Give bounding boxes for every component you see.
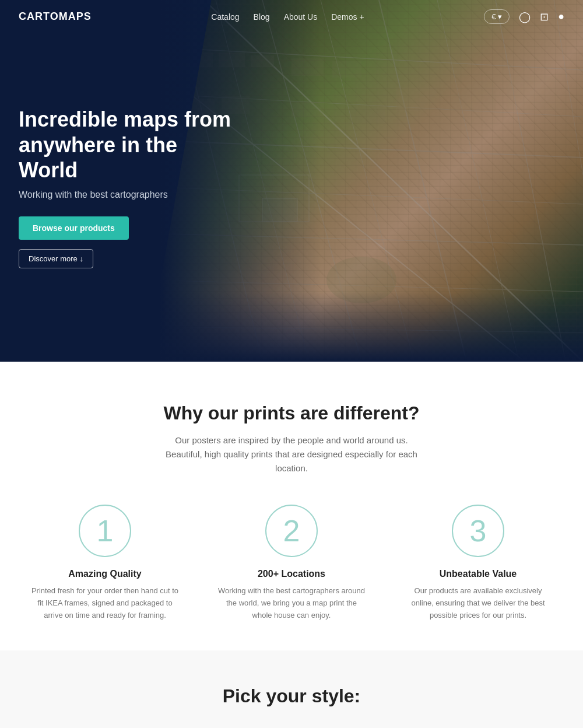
browse-products-button[interactable]: Browse our products: [19, 216, 129, 240]
feature-number-3: 3: [452, 505, 504, 557]
feature-quality: 1 Amazing Quality Printed fresh for your…: [29, 505, 181, 621]
why-section: Why our prints are different? Our poster…: [0, 362, 583, 650]
cart-icon[interactable]: ⊡: [540, 10, 549, 23]
hero-content: Incredible maps from anywhere in the Wor…: [19, 107, 240, 268]
nav-right: € ▾ ◯ ⊡ ●: [484, 9, 564, 24]
feature-desc-2: Working with the best cartographers arou…: [216, 585, 367, 621]
pick-style-section: Pick your style:: [0, 650, 583, 728]
nav-links: Catalog Blog About Us Demos +: [211, 12, 364, 22]
hero-section: Incredible maps from anywhere in the Wor…: [0, 0, 583, 362]
nav-about[interactable]: About Us: [284, 12, 318, 22]
feature-desc-1: Printed fresh for your order then hand c…: [29, 585, 181, 621]
currency-selector[interactable]: € ▾: [484, 9, 510, 24]
discover-more-button[interactable]: Discover more ↓: [19, 249, 93, 268]
feature-locations: 2 200+ Locations Working with the best c…: [216, 505, 367, 621]
feature-desc-3: Our products are available exclusively o…: [402, 585, 554, 621]
svg-rect-30: [507, 76, 560, 111]
feature-title-3: Unbeatable Value: [402, 569, 554, 579]
pick-title: Pick your style:: [0, 685, 583, 707]
svg-rect-27: [350, 105, 385, 123]
nav-catalog[interactable]: Catalog: [211, 12, 239, 22]
nav-blog[interactable]: Blog: [254, 12, 270, 22]
feature-title-1: Amazing Quality: [29, 569, 181, 579]
svg-rect-28: [396, 88, 437, 111]
navbar: CARTOMAPS Catalog Blog About Us Demos + …: [0, 0, 583, 33]
svg-rect-23: [332, 61, 361, 78]
feature-value: 3 Unbeatable Value Our products are avai…: [402, 505, 554, 621]
hero-subtitle: Working with the best cartographers: [19, 190, 240, 200]
why-subtitle: Our posters are inspired by the people a…: [163, 433, 420, 475]
user-icon[interactable]: ◯: [519, 10, 531, 23]
feature-title-2: 200+ Locations: [216, 569, 367, 579]
hero-bottom-fade: [0, 292, 583, 362]
svg-rect-29: [449, 82, 496, 111]
why-title: Why our prints are different?: [23, 402, 560, 424]
nav-logo[interactable]: CARTOMAPS: [19, 10, 92, 23]
feature-number-2: 2: [265, 505, 318, 557]
features-grid: 1 Amazing Quality Printed fresh for your…: [29, 505, 554, 621]
feature-number-1: 1: [79, 505, 131, 557]
nav-demos[interactable]: Demos +: [331, 12, 364, 22]
hero-title: Incredible maps from anywhere in the Wor…: [19, 107, 240, 183]
search-icon[interactable]: ●: [558, 10, 564, 23]
